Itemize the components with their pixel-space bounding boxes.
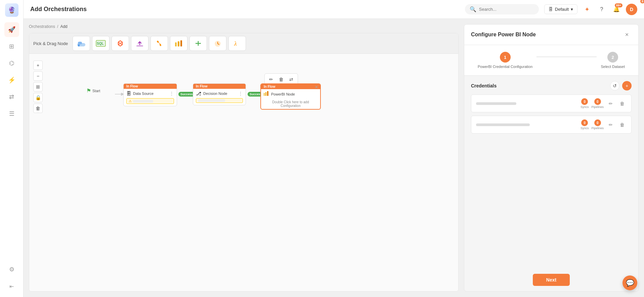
- step-2: 2 Select Dataset: [601, 52, 625, 69]
- data-source-warning: ⚠: [126, 98, 174, 104]
- fit-btn[interactable]: ⊞: [33, 82, 43, 91]
- svg-rect-22: [267, 91, 268, 96]
- user-avatar[interactable]: D: [626, 4, 637, 15]
- svg-rect-12: [180, 40, 182, 46]
- svg-rect-21: [265, 92, 266, 96]
- start-node: ⚑ Start: [86, 87, 100, 94]
- start-label: Start: [92, 89, 100, 93]
- node-btn-call[interactable]: [151, 36, 168, 51]
- cred-2-badges: 0 Syncs 0 Pipelines ✏ 🗑: [581, 119, 627, 130]
- decision-menu[interactable]: ⋮: [238, 91, 243, 96]
- cred-2-pipelines-label: Pipelines: [591, 126, 604, 130]
- chat-bubble[interactable]: 💬: [622, 275, 637, 290]
- decision-title: Decision Node: [203, 91, 227, 96]
- notification-button[interactable]: 🔔 99+: [611, 4, 622, 15]
- data-source-body: 🗄 Data Source ⋮: [124, 89, 177, 98]
- powerbi-node[interactable]: In Flow ✕ PowerBI Node Double Click here…: [260, 83, 321, 110]
- cred-2-pipelines: 0 Pipelines: [591, 119, 604, 130]
- start-flag-icon: ⚑: [86, 87, 91, 94]
- node-config-btn[interactable]: ⇄: [287, 75, 296, 84]
- step-2-circle: 2: [607, 52, 618, 63]
- credential-row-2: 0 Syncs 0 Pipelines ✏ 🗑: [471, 116, 632, 134]
- panel-header: Configure Power BI Node ×: [464, 25, 638, 45]
- cred-1-name-bar: [476, 102, 516, 105]
- sidebar-item-transform[interactable]: ⇄: [4, 89, 19, 104]
- workspace-icon: 🗄: [549, 7, 553, 12]
- node-btn-lambda[interactable]: λ: [228, 36, 246, 51]
- node-edit-btn[interactable]: ✏: [267, 75, 275, 84]
- sidebar-bottom: ⚙ ⇤: [4, 262, 19, 294]
- next-button[interactable]: Next: [533, 274, 570, 286]
- workspace-selector[interactable]: 🗄 Default ▾: [544, 4, 577, 14]
- step-1: 1 PowerBI Credential Configuration: [478, 52, 532, 69]
- search-bar[interactable]: 🔍: [465, 4, 539, 14]
- panel-body: Credentials ↺ + 0 Syncs: [464, 76, 638, 268]
- decision-node[interactable]: In Flow ⎇ Decision Node ⋮: [193, 83, 246, 105]
- cred-1-name: [476, 102, 581, 105]
- cred-1-syncs-label: Syncs: [581, 105, 589, 109]
- warning-icon: ⚠: [129, 99, 132, 103]
- sidebar-item-settings[interactable]: ⚙: [4, 262, 19, 277]
- lock-btn[interactable]: 🔒: [33, 93, 43, 102]
- panel-title: Configure Power BI Node: [471, 32, 536, 38]
- cred-1-pipelines-num: 0: [594, 98, 601, 105]
- svg-text:SQL: SQL: [97, 42, 104, 45]
- cred-1-delete-btn[interactable]: 🗑: [618, 99, 627, 108]
- powerbi-close[interactable]: ✕: [315, 85, 318, 89]
- sidebar-item-dashboard[interactable]: ⊞: [4, 39, 19, 54]
- panel-close-btn[interactable]: ×: [622, 30, 632, 39]
- node-btn-cross[interactable]: [189, 36, 207, 51]
- sidebar-item-orchestrations[interactable]: ⌬: [4, 56, 19, 71]
- toolbar-title: Pick & Drag Node: [33, 41, 68, 46]
- search-input[interactable]: [479, 7, 534, 12]
- step-1-label: PowerBI Credential Configuration: [478, 65, 532, 69]
- sidebar: 🔮 🚀 ⊞ ⌬ ⚡ ⇄ ☰ ⚙ ⇤: [0, 0, 24, 297]
- node-btn-sql[interactable]: SQL: [92, 36, 110, 51]
- sidebar-item-list[interactable]: ☰: [4, 106, 19, 121]
- cred-2-delete-btn[interactable]: 🗑: [618, 120, 627, 129]
- breadcrumb-parent[interactable]: Orchestrations: [29, 24, 55, 29]
- help-button[interactable]: ?: [596, 4, 607, 15]
- step-connector: [536, 57, 597, 57]
- decision-header: In Flow: [193, 84, 246, 89]
- panel-footer: Next: [464, 268, 638, 291]
- delete-btn[interactable]: 🗑: [33, 104, 43, 113]
- canvas-workspace: + − ⊞ 🔒 🗑: [29, 54, 458, 291]
- refresh-btn[interactable]: ↺: [610, 81, 619, 90]
- cred-1-badges: 0 Syncs 0 Pipelines ✏ 🗑: [581, 98, 627, 109]
- page-title: Add Orchestrations: [30, 6, 460, 13]
- warning-text: [133, 100, 153, 103]
- node-btn-timer[interactable]: [209, 36, 226, 51]
- cred-1-syncs: 0 Syncs: [581, 98, 589, 109]
- data-source-icon: 🗄: [126, 91, 131, 96]
- svg-rect-9: [136, 45, 143, 46]
- magic-button[interactable]: ✦ 8: [582, 4, 592, 15]
- node-btn-upload[interactable]: [131, 36, 148, 51]
- cred-2-edit-btn[interactable]: ✏: [606, 120, 615, 129]
- zoom-in-btn[interactable]: +: [33, 61, 43, 70]
- node-btn-integration[interactable]: [112, 36, 129, 51]
- sidebar-item-launch[interactable]: 🚀: [4, 22, 19, 37]
- cred-2-syncs-num: 0: [581, 119, 588, 126]
- breadcrumb-current: Add: [60, 24, 67, 29]
- sidebar-item-connections[interactable]: ⚡: [4, 73, 19, 87]
- data-source-node[interactable]: In Flow 🗄 Data Source ⋮ ⚠: [123, 83, 177, 106]
- data-source-menu[interactable]: ⋮: [169, 91, 174, 96]
- node-btn-powerbi[interactable]: [170, 36, 187, 51]
- canvas-toolbar: Pick & Drag Node SQL: [29, 33, 458, 54]
- sidebar-collapse-btn[interactable]: ⇤: [4, 279, 19, 294]
- canvas-area: Orchestrations / Add Pick & Drag Node SQ…: [29, 24, 459, 292]
- section-header: Credentials ↺ +: [471, 81, 632, 90]
- node-delete-btn[interactable]: 🗑: [277, 75, 286, 84]
- svg-rect-1: [78, 42, 82, 44]
- svg-rect-3: [78, 44, 80, 46]
- canvas-controls: + − ⊞ 🔒 🗑: [33, 61, 43, 113]
- svg-text:λ: λ: [234, 40, 237, 47]
- right-panel: Configure Power BI Node × 1 PowerBI Cred…: [464, 24, 639, 292]
- zoom-out-btn[interactable]: −: [33, 71, 43, 81]
- node-btn-cloud[interactable]: [73, 36, 90, 51]
- search-icon: 🔍: [470, 6, 476, 12]
- add-credential-btn[interactable]: +: [622, 81, 632, 90]
- decision-icon: ⎇: [196, 91, 201, 96]
- cred-1-edit-btn[interactable]: ✏: [606, 99, 615, 108]
